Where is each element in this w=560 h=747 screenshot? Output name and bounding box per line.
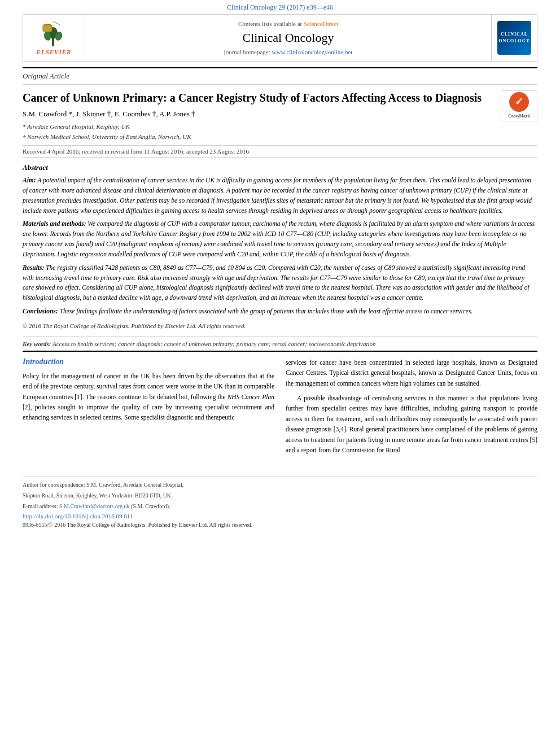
homepage-line: journal homepage: www.clinicaloncologyon…: [97, 49, 480, 55]
svg-rect-4: [43, 25, 52, 32]
nhs-cancer-plan-ref: NHS Cancer Plan: [228, 394, 274, 400]
svg-line-6: [53, 21, 60, 25]
two-col-layout: Introduction Policy for the management o…: [23, 357, 537, 460]
page-footer: Author for correspondence: S.M. Crawford…: [23, 477, 537, 528]
footnote-email[interactable]: S.M.Crawford@doctors.org.uk: [59, 503, 130, 509]
intro-right-p2: A possible disadvantage of centralising …: [286, 393, 537, 455]
footer-doi[interactable]: http://dx.doi.org/10.1016/j.clon.2016.09…: [23, 513, 537, 519]
conclusions-text: These findings facilitate the understand…: [60, 308, 473, 314]
footnote3: E-mail address: S.M.Crawford@doctors.org…: [23, 502, 537, 510]
intro-right-p1: services for cancer have been concentrat…: [286, 357, 537, 388]
results-text: The registry classified 7428 patients as…: [23, 264, 530, 301]
abstract-aim: Aim: A potential impact of the centralis…: [23, 176, 537, 216]
keywords-section: Key words: Access to health services; ca…: [23, 337, 537, 352]
science-direct-text: Contents lists available at: [238, 20, 303, 27]
introduction-title: Introduction: [23, 357, 274, 366]
affiliation1: * Airedale General Hospital, Keighley, U…: [23, 122, 537, 132]
logo-line1: CLINICAL: [501, 32, 528, 37]
intro-left-p1: Policy for the management of cancer in t…: [23, 371, 274, 423]
conclusions-label: Conclusions:: [23, 308, 58, 314]
abstract-text: Aim: A potential impact of the centralis…: [23, 176, 537, 331]
affiliation2: † Norwich Medical School, University of …: [23, 132, 537, 142]
svg-rect-0: [52, 37, 54, 46]
elsevier-logo: ELSEVIER: [32, 20, 77, 55]
abstract-mm: Materials and methods: We compared the d…: [23, 219, 537, 259]
keywords-values: Access to health services; cancer diagno…: [53, 340, 376, 347]
article-type: Original Article: [23, 67, 537, 85]
affiliations: * Airedale General Hospital, Keighley, U…: [23, 122, 537, 142]
article-content: Original Article Cancer of Unknown Prima…: [23, 62, 537, 465]
aim-text: A potential impact of the centralisation…: [23, 177, 532, 213]
copyright-line: © 2016 The Royal College of Radiologists…: [23, 321, 537, 331]
received-line: Received 4 April 2016; received in revis…: [23, 145, 537, 158]
journal-header-center: Contents lists available at ScienceDirec…: [85, 15, 492, 61]
abstract-title: Abstract: [23, 163, 537, 172]
journal-header-right: CLINICAL ONCOLOGY: [492, 15, 537, 61]
crossmark-label: CrossMark: [508, 113, 530, 119]
page-wrapper: Clinical Oncology 29 (2017) e39—e46 ELSE…: [0, 0, 560, 747]
logo-line2: ONCOLOGY: [498, 38, 530, 44]
footnote2: Skipton Road, Steeton, Keighley, West Yo…: [23, 491, 537, 500]
elsevier-logo-svg: [32, 20, 77, 49]
elsevier-text-label: ELSEVIER: [37, 49, 72, 55]
homepage-link[interactable]: www.clinicaloncologyonline.net: [272, 49, 353, 55]
abstract-conclusions: Conclusions: These findings facilitate t…: [23, 307, 537, 317]
journal-citation: Clinical Oncology 29 (2017) e39—e46: [227, 3, 333, 11]
introduction-left-text: Policy for the management of cancer in t…: [23, 371, 274, 423]
article-title: Cancer of Unknown Primary: a Cancer Regi…: [23, 90, 537, 105]
science-direct-line: Contents lists available at ScienceDirec…: [97, 20, 480, 27]
authors-text: S.M. Crawford *, J. Skinner †, E. Coombe…: [23, 110, 195, 118]
abstract-results: Results: The registry classified 7428 pa…: [23, 263, 537, 303]
keywords-text: Key words: Access to health services; ca…: [23, 340, 537, 347]
journal-title-main: Clinical Oncology: [97, 30, 480, 45]
results-label: Results:: [23, 264, 44, 271]
crossmark-icon: ✓: [509, 92, 529, 112]
mm-text: We compared the diagnosis of CUP with a …: [23, 220, 535, 257]
svg-rect-5: [44, 24, 51, 25]
crossmark-badge[interactable]: ✓ CrossMark: [501, 90, 537, 121]
journal-top-bar: Clinical Oncology 29 (2017) e39—e46: [0, 0, 560, 14]
mm-label: Materials and methods:: [23, 220, 86, 227]
journal-header-box: ELSEVIER Contents lists available at Sci…: [23, 14, 537, 62]
abstract-section: Abstract Aim: A potential impact of the …: [23, 163, 537, 331]
authors-line: S.M. Crawford *, J. Skinner †, E. Coombe…: [23, 110, 537, 119]
aim-label: Aim:: [23, 177, 36, 184]
homepage-label: journal homepage:: [224, 49, 272, 55]
journal-logo-right: CLINICAL ONCOLOGY: [497, 21, 531, 55]
col-left: Introduction Policy for the management o…: [23, 357, 274, 460]
science-direct-link[interactable]: ScienceDirect: [303, 20, 338, 27]
footnote1: Author for correspondence: S.M. Crawford…: [23, 480, 537, 489]
keywords-label: Key words:: [23, 340, 51, 347]
journal-header-left: ELSEVIER: [23, 15, 85, 61]
article-title-text: Cancer of Unknown Primary: a Cancer Regi…: [23, 91, 482, 104]
footer-issn: 0936-6555/© 2016 The Royal College of Ra…: [23, 522, 537, 528]
introduction-right-text: services for cancer have been concentrat…: [286, 357, 537, 456]
col-right: services for cancer have been concentrat…: [286, 357, 537, 460]
